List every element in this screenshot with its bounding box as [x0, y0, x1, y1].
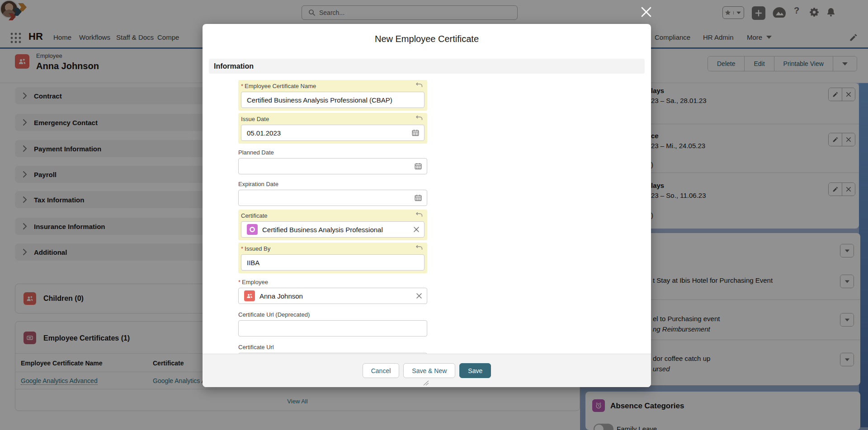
field-issued-by: *Issued By IIBA: [238, 243, 427, 273]
certificate-record-icon: [247, 224, 258, 235]
field-label: Issue Date: [241, 116, 425, 122]
field-value: Certified Business Analysis Professional: [262, 226, 383, 234]
modal-title: New Employee Certificate: [203, 34, 651, 44]
certificate-lookup-pill[interactable]: Certified Business Analysis Professional: [241, 221, 425, 238]
undo-icon[interactable]: [415, 245, 423, 251]
field-expiration-date: Expiration Date: [238, 181, 427, 206]
field-value: 05.01.2023: [247, 129, 281, 137]
field-label: Employee Certificate Name: [245, 83, 316, 89]
resize-handle[interactable]: [423, 380, 429, 386]
field-certificate-lookup: Certificate Certified Business Analysis …: [238, 210, 427, 240]
field-label: Employee: [242, 279, 268, 285]
modal-form: *Employee Certificate Name Certified Bus…: [238, 77, 427, 369]
calendar-icon[interactable]: [414, 162, 422, 170]
employee-lookup-pill[interactable]: Anna Johnson: [238, 288, 427, 304]
issued-by-input[interactable]: IIBA: [241, 254, 425, 271]
required-marker: *: [241, 83, 243, 89]
field-value: Anna Johnson: [259, 292, 303, 300]
field-label: Certificate: [241, 212, 425, 219]
field-value: IIBA: [247, 259, 259, 266]
information-section-header[interactable]: Information: [209, 59, 645, 74]
required-marker: *: [238, 279, 241, 285]
save-and-new-button[interactable]: Save & New: [403, 363, 455, 378]
certificate-url-deprecated-input[interactable]: [238, 320, 427, 337]
new-employee-certificate-modal: New Employee Certificate Information *Em…: [203, 24, 651, 387]
field-planned-date: Planned Date: [238, 149, 427, 174]
field-certificate-url-deprecated: Certificate Url (Deprecated): [238, 311, 427, 337]
field-value: Certified Business Analysis Professional…: [247, 96, 392, 104]
undo-icon[interactable]: [415, 212, 423, 218]
employee-certificate-name-input[interactable]: Certified Business Analysis Professional…: [241, 92, 425, 108]
undo-icon[interactable]: [415, 115, 423, 122]
field-label: Certificate Url (Deprecated): [238, 311, 427, 318]
field-issue-date: Issue Date 05.01.2023: [238, 113, 427, 144]
calendar-icon[interactable]: [414, 194, 422, 202]
calendar-icon[interactable]: [411, 129, 420, 137]
field-label: Certificate Url: [238, 344, 427, 351]
clear-selection-x-icon[interactable]: [416, 293, 422, 299]
field-label: Expiration Date: [238, 181, 427, 187]
field-employee-lookup: *Employee Anna Johnson: [238, 279, 427, 304]
save-button[interactable]: Save: [459, 363, 491, 378]
field-label: Issued By: [245, 245, 270, 252]
close-icon[interactable]: [640, 6, 652, 18]
planned-date-input[interactable]: [238, 158, 427, 174]
undo-icon[interactable]: [415, 82, 423, 89]
required-marker: *: [241, 245, 243, 252]
expiration-date-input[interactable]: [238, 190, 427, 206]
cancel-button[interactable]: Cancel: [363, 363, 400, 378]
field-employee-certificate-name: *Employee Certificate Name Certified Bus…: [238, 80, 427, 111]
employee-record-icon: [244, 290, 255, 301]
ring-icon: [248, 225, 256, 234]
issue-date-input[interactable]: 05.01.2023: [241, 125, 425, 141]
two-person-icon: [246, 292, 253, 299]
field-label: Planned Date: [238, 149, 427, 156]
clear-selection-x-icon[interactable]: [413, 226, 420, 233]
